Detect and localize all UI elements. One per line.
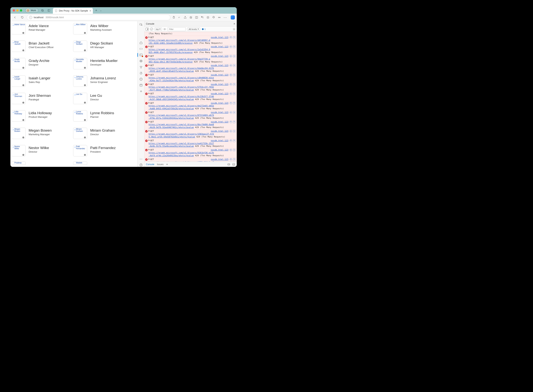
copilot-icon[interactable] xyxy=(231,15,235,19)
application-icon[interactable] xyxy=(139,83,143,87)
console-error-row[interactable]: ✕ aı⧉ nosdk.html:123 GET https://graph.m… xyxy=(144,129,237,139)
toggle-sidebar-icon[interactable] xyxy=(146,28,149,31)
console-error-row[interactable]: ✕ aı⧉ nosdk.html:123 GET https://graph.m… xyxy=(144,92,237,101)
browser-tab[interactable]: Dev Proxy - No SDK Sample × xyxy=(53,8,93,14)
copy-icon[interactable]: ⧉ xyxy=(233,92,236,95)
ai-explain-icon[interactable]: aı xyxy=(229,149,232,151)
new-tab-button[interactable]: + xyxy=(95,9,97,13)
source-link[interactable]: nosdk.html:123 xyxy=(211,64,228,67)
drawer-dock-icon[interactable] xyxy=(232,163,235,166)
source-link[interactable]: nosdk.html:123 xyxy=(211,102,228,105)
ai-explain-icon[interactable]: aı xyxy=(229,46,232,48)
copy-icon[interactable]: ⧉ xyxy=(233,74,236,76)
source-link[interactable]: nosdk.html:123 xyxy=(211,158,228,161)
source-link[interactable]: nosdk.html:123 xyxy=(211,74,228,76)
copy-icon[interactable]: ⧉ xyxy=(233,46,236,48)
ai-explain-icon[interactable]: aı xyxy=(229,111,232,114)
site-info-icon[interactable]: i xyxy=(29,16,32,19)
vertical-tabs-icon[interactable] xyxy=(47,8,51,13)
console-error-row[interactable]: ✕ aı⧉ nosdk.html:123 GET https://graph.m… xyxy=(144,139,237,148)
workspaces-icon[interactable] xyxy=(40,8,45,13)
source-link[interactable]: nosdk.html:123 xyxy=(211,55,228,58)
welcome-icon[interactable] xyxy=(139,41,143,45)
extensions-icon[interactable] xyxy=(212,16,215,19)
ai-explain-icon[interactable]: aı xyxy=(229,74,232,76)
drawer-errors-icon[interactable] xyxy=(227,163,230,166)
drawer-add-tab[interactable]: + xyxy=(166,163,168,166)
source-link[interactable]: nosdk.html:123 xyxy=(211,121,228,123)
console-error-row[interactable]: ✕ aı⧉ nosdk.html:123 GET https://graph.m… xyxy=(144,101,237,111)
ai-explain-icon[interactable]: aı xyxy=(229,130,232,133)
ai-explain-icon[interactable]: aı xyxy=(229,121,232,123)
favorites-list-icon[interactable] xyxy=(201,16,204,19)
console-error-row[interactable]: ✕ aı⧉ nosdk.html:123 GET https://graph.m… xyxy=(144,111,237,120)
copy-icon[interactable]: ⧉ xyxy=(233,83,236,86)
console-error-row[interactable]: ✕ aı⧉ nosdk.html:123 GET https://graph.m… xyxy=(144,64,237,73)
console-error-row[interactable]: (Too Many Requests) xyxy=(144,32,237,36)
copy-icon[interactable]: ⧉ xyxy=(233,111,236,114)
copy-icon[interactable]: ⧉ xyxy=(233,36,236,39)
copy-icon[interactable]: ⧉ xyxy=(233,158,236,161)
console-error-row[interactable]: ✕ aı⧉ nosdk.html:123 GET https://graph.m… xyxy=(144,83,237,92)
profile-chip[interactable]: Work xyxy=(25,8,38,13)
performance-tool-icon[interactable] xyxy=(139,71,143,75)
address-bar[interactable]: i localhost:3000/nosdk.html xyxy=(27,14,170,20)
source-link[interactable]: nosdk.html:123 xyxy=(211,36,228,39)
copy-icon[interactable]: ⧉ xyxy=(233,139,236,142)
minimize-window-button[interactable] xyxy=(16,9,19,12)
ai-explain-icon[interactable]: aı xyxy=(229,64,232,67)
source-link[interactable]: nosdk.html:123 xyxy=(211,83,228,86)
memory-icon[interactable] xyxy=(139,77,143,81)
console-error-row[interactable]: ✕ aı⧉ nosdk.html:123 GET https://graph.m… xyxy=(144,54,237,64)
clear-console-icon[interactable] xyxy=(150,28,153,30)
ai-explain-icon[interactable]: aı xyxy=(229,102,232,105)
ai-explain-icon[interactable]: aı xyxy=(229,139,232,142)
console-error-row[interactable]: ✕ aı⧉ nosdk.html:123 GET https://graph.m… xyxy=(144,73,237,83)
source-link[interactable]: nosdk.html:123 xyxy=(211,92,228,95)
close-window-button[interactable] xyxy=(13,9,15,12)
network-icon[interactable] xyxy=(139,65,143,69)
filter-input[interactable] xyxy=(167,27,186,31)
console-error-row[interactable]: ✕ aı⧉ nosdk.html:123 GET https://graph.m… xyxy=(144,36,237,45)
favorite-icon[interactable] xyxy=(189,16,192,19)
performance-icon[interactable] xyxy=(218,16,221,19)
console-error-row[interactable]: ✕ aı⧉ nosdk.html:123 GET https://graph.m… xyxy=(144,45,237,54)
copy-icon[interactable]: ⧉ xyxy=(233,102,236,105)
execution-context[interactable]: top▾ xyxy=(154,28,162,31)
back-button[interactable] xyxy=(12,15,18,20)
console-error-row[interactable]: ✕ aı⧉ nosdk.html:123 GET https://graph.m… xyxy=(144,120,237,130)
drawer-issues-tab[interactable]: Issues xyxy=(157,163,164,166)
log-levels[interactable]: All levels▾ xyxy=(187,28,200,31)
source-link[interactable]: nosdk.html:123 xyxy=(211,111,228,114)
request-url[interactable]: https://graph.microsoft.com/v1.0/users/f… xyxy=(149,161,214,162)
close-tab-button[interactable]: × xyxy=(90,9,91,12)
issues-indicator[interactable]: 1 xyxy=(202,28,206,30)
tab-actions-chevron-icon[interactable]: ⌄ xyxy=(100,9,102,12)
ai-explain-icon[interactable]: aı xyxy=(229,36,232,39)
live-expression-icon[interactable] xyxy=(163,28,166,30)
console-error-row[interactable]: ✕ aı⧉ nosdk.html:123 GET https://graph.m… xyxy=(144,148,237,158)
copy-icon[interactable]: ⧉ xyxy=(233,64,236,67)
ai-explain-icon[interactable]: aı xyxy=(229,83,232,86)
read-aloud-icon[interactable]: A⁾ xyxy=(178,16,181,19)
sources-icon[interactable] xyxy=(139,59,143,63)
collections-icon[interactable] xyxy=(206,16,209,19)
console-settings-icon[interactable] xyxy=(233,28,236,31)
console-error-row[interactable]: ✕ aı⧉ nosdk.html:123 GET https://graph.m… xyxy=(144,158,237,162)
shopping-icon[interactable] xyxy=(172,16,175,19)
console-log[interactable]: (Too Many Requests) ✕ aı⧉ nosdk.html:123… xyxy=(144,32,237,162)
help-icon[interactable] xyxy=(139,163,143,167)
source-link[interactable]: nosdk.html:123 xyxy=(211,149,228,151)
refresh-button[interactable] xyxy=(19,15,25,20)
copy-icon[interactable]: ⧉ xyxy=(233,55,236,58)
ai-explain-icon[interactable]: aı xyxy=(229,55,232,58)
split-screen-icon[interactable] xyxy=(195,16,198,19)
maximize-window-button[interactable] xyxy=(20,9,22,12)
devtools-close-button[interactable]: × xyxy=(233,22,235,26)
more-menu-icon[interactable]: ⋯ xyxy=(224,15,227,19)
elements-icon[interactable] xyxy=(139,47,143,51)
share-icon[interactable] xyxy=(184,16,187,19)
ai-explain-icon[interactable]: aı xyxy=(229,158,232,161)
overflow-icon[interactable]: ⋯ xyxy=(139,157,143,161)
copy-icon[interactable]: ⧉ xyxy=(233,149,236,151)
